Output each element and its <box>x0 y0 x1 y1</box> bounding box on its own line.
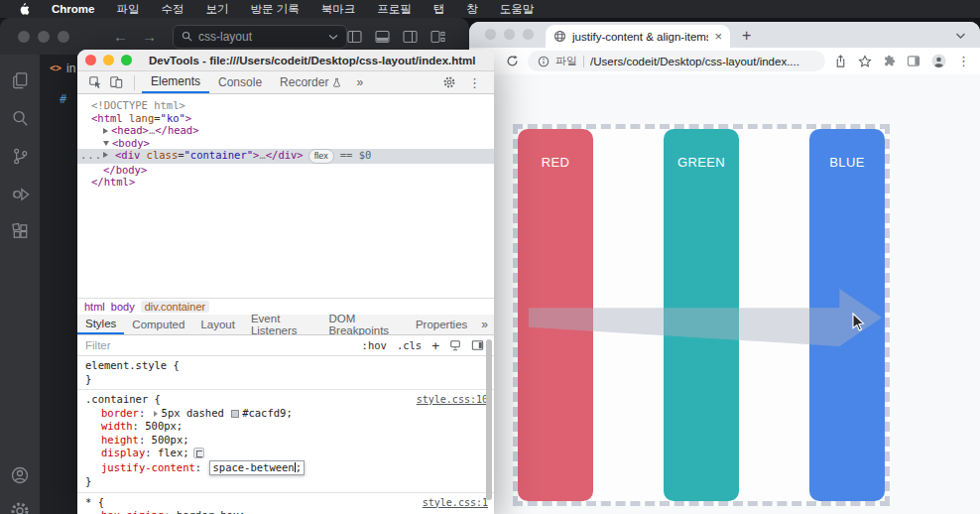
more-tabs-icon[interactable]: » <box>350 75 369 89</box>
close-window-button[interactable] <box>485 29 496 40</box>
close-window-button[interactable] <box>85 55 96 65</box>
new-style-rule-button[interactable]: + <box>431 338 439 353</box>
css-prop-width[interactable]: width: 500px; <box>85 420 486 434</box>
menu-item-help[interactable]: 도움말 <box>500 2 535 17</box>
more-tabs-icon[interactable]: » <box>475 318 494 331</box>
tab-recorder[interactable]: Recorder <box>271 71 350 93</box>
extensions-puzzle-icon[interactable] <box>883 55 896 67</box>
stylesheet-link[interactable]: style.css:1 <box>423 496 488 510</box>
breadcrumb-div-container[interactable]: div.container <box>141 301 210 313</box>
bookmark-star-icon[interactable] <box>858 55 872 68</box>
toggle-panel-icon[interactable] <box>375 30 390 44</box>
settings-gear-icon[interactable] <box>442 75 456 89</box>
flex-editor-icon[interactable] <box>193 448 204 458</box>
rule-universal[interactable]: style.css:1 * { box-sizing: border-box; … <box>77 493 494 514</box>
forward-arrow-icon[interactable]: → <box>142 28 157 45</box>
apple-menu-icon[interactable] <box>18 2 30 16</box>
scrollbar-thumb[interactable] <box>486 339 492 500</box>
share-icon[interactable] <box>834 55 847 68</box>
browser-tab[interactable]: justify-content & align-items × <box>546 25 730 48</box>
dom-row-menu[interactable]: ... <box>80 149 102 162</box>
menu-item-bookmarks[interactable]: 북마크 <box>321 2 356 17</box>
zoom-window-button[interactable] <box>121 55 132 65</box>
zoom-window-button[interactable] <box>58 31 69 43</box>
browser-menu-icon[interactable]: ⋮ <box>957 54 970 68</box>
reload-button[interactable] <box>506 55 519 67</box>
close-window-button[interactable] <box>18 31 30 43</box>
css-prop-height[interactable]: height: 500px; <box>85 434 486 448</box>
rendering-emulation-icon[interactable] <box>449 339 461 351</box>
dom-body-close[interactable]: </body> <box>77 164 494 177</box>
breadcrumb-body[interactable]: body <box>111 301 135 313</box>
settings-gear-icon[interactable] <box>9 500 31 514</box>
zoom-window-button[interactable] <box>523 29 534 40</box>
minimize-window-button[interactable] <box>38 31 50 43</box>
inspect-element-icon[interactable] <box>88 75 102 89</box>
explorer-icon[interactable] <box>10 70 31 91</box>
menu-item-window[interactable]: 창 <box>466 2 478 17</box>
tab-console[interactable]: Console <box>209 71 271 93</box>
active-app-name[interactable]: Chrome <box>52 3 94 15</box>
side-panel-icon[interactable] <box>907 55 920 67</box>
extensions-icon[interactable] <box>10 221 31 242</box>
search-icon[interactable] <box>10 108 31 129</box>
tab-elements[interactable]: Elements <box>142 71 209 93</box>
css-prop-display[interactable]: display: flex; <box>85 447 486 460</box>
dom-doctype[interactable]: <!DOCTYPE html> <box>77 99 494 112</box>
chrome-window-controls[interactable] <box>485 29 534 40</box>
tab-computed[interactable]: Computed <box>124 315 192 334</box>
menu-item-history[interactable]: 방문 기록 <box>250 2 299 17</box>
new-tab-button[interactable]: + <box>742 28 751 44</box>
device-toolbar-icon[interactable] <box>109 75 123 89</box>
css-prop-border[interactable]: border: 5px dashed #cacfd9; <box>85 407 486 421</box>
tab-event-listeners[interactable]: Event Listeners <box>243 315 320 334</box>
customize-layout-icon[interactable] <box>430 30 445 44</box>
info-icon[interactable] <box>538 56 550 67</box>
rule-container[interactable]: style.css:10 .container { border: 5px da… <box>77 390 494 493</box>
menu-item-view[interactable]: 보기 <box>205 2 228 17</box>
computed-sidebar-toggle-icon[interactable] <box>471 339 484 351</box>
tab-properties[interactable]: Properties <box>408 315 475 334</box>
close-tab-icon[interactable]: × <box>714 30 722 43</box>
run-debug-icon[interactable] <box>10 184 31 204</box>
expand-shorthand-icon[interactable] <box>154 411 158 417</box>
dom-body-open[interactable]: <body> <box>77 137 494 150</box>
tab-dom-breakpoints[interactable]: DOM Breakpoints <box>320 315 408 334</box>
profile-avatar[interactable] <box>931 54 946 68</box>
menu-item-tab[interactable]: 탭 <box>433 2 445 17</box>
css-prop-justify-content[interactable]: justify-content: space-between; <box>85 460 486 476</box>
toggle-sidebar-icon[interactable] <box>347 30 362 44</box>
toggle-secondary-sidebar-icon[interactable] <box>403 30 418 44</box>
toggle-class-button[interactable]: .cls <box>397 339 422 351</box>
dom-div-container-selected[interactable]: ... <div class="container">…</div>flex==… <box>77 149 494 164</box>
address-bar[interactable]: 파일 /Users/codeit/Desktop/css-layout/inde… <box>528 51 825 71</box>
flex-badge[interactable]: flex <box>308 149 334 164</box>
expand-arrow-icon[interactable] <box>103 128 108 134</box>
tab-layout[interactable]: Layout <box>192 315 243 334</box>
filter-input[interactable]: Filter <box>85 339 352 351</box>
account-icon[interactable] <box>9 464 31 486</box>
devtools-menu-icon[interactable]: ⋮ <box>468 75 481 90</box>
dom-html-close[interactable]: </html> <box>77 176 494 189</box>
stylesheet-link[interactable]: style.css:10 <box>417 393 488 407</box>
tab-styles[interactable]: Styles <box>77 315 124 334</box>
rule-element-style[interactable]: element.style { } <box>77 356 494 390</box>
expand-arrow-icon[interactable] <box>103 152 108 158</box>
back-arrow-icon[interactable]: ← <box>113 28 128 45</box>
source-control-icon[interactable] <box>10 146 31 167</box>
toggle-hover-state-button[interactable]: :hov <box>362 339 387 351</box>
css-prop-box-sizing[interactable]: box-sizing: border-box; <box>85 509 486 514</box>
breadcrumb-html[interactable]: html <box>84 301 105 313</box>
vscode-command-center[interactable]: css-layout <box>173 25 347 49</box>
collapse-arrow-icon[interactable] <box>103 141 109 146</box>
menu-item-profiles[interactable]: 프로필 <box>377 2 412 17</box>
tab-search-chevron-icon[interactable] <box>955 32 966 40</box>
minimize-window-button[interactable] <box>504 29 515 40</box>
menu-item-file[interactable]: 파일 <box>116 2 139 17</box>
dom-head[interactable]: <head>…</head> <box>77 124 494 137</box>
menu-item-edit[interactable]: 수정 <box>161 2 184 17</box>
value-edit-box[interactable]: space-between; <box>209 460 305 476</box>
dom-html-open[interactable]: <html lang="ko"> <box>77 112 494 125</box>
color-swatch[interactable] <box>231 410 239 418</box>
minimize-window-button[interactable] <box>103 55 114 65</box>
